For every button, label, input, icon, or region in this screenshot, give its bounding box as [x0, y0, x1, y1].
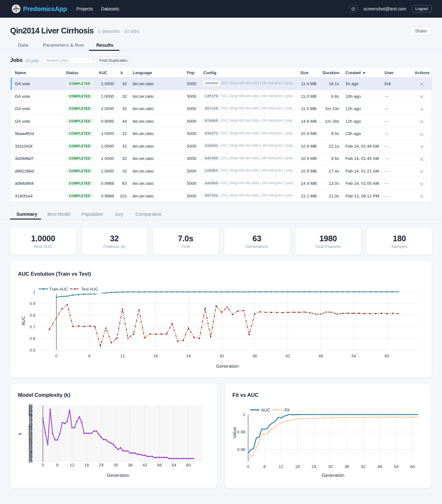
svg-text:12: 12 [278, 464, 283, 469]
svg-text:48: 48 [157, 463, 162, 467]
svg-text:AUC Evolution (Train vs Test): AUC Evolution (Train vs Test) [18, 271, 91, 277]
svg-text:6: 6 [56, 463, 59, 467]
svg-text:0.8: 0.8 [30, 313, 35, 318]
svg-text:60: 60 [186, 463, 191, 467]
svg-text:0.5: 0.5 [30, 348, 35, 353]
svg-text:0.98: 0.98 [237, 430, 245, 434]
svg-text:12: 12 [120, 354, 125, 358]
svg-text:54: 54 [394, 464, 399, 469]
svg-text:42: 42 [285, 354, 290, 358]
svg-text:36: 36 [128, 463, 133, 467]
svg-text:0.6: 0.6 [30, 336, 35, 341]
svg-text:30: 30 [219, 354, 224, 358]
svg-text:Fit vs AUC: Fit vs AUC [232, 392, 259, 398]
svg-text:36: 36 [252, 354, 257, 358]
svg-text:6: 6 [263, 464, 266, 469]
svg-text:48: 48 [319, 354, 323, 358]
svg-text:18: 18 [153, 354, 158, 358]
svg-text:36: 36 [344, 464, 349, 469]
svg-text:Test AUC: Test AUC [81, 287, 98, 291]
svg-text:30: 30 [328, 464, 333, 469]
svg-text:18: 18 [84, 463, 89, 467]
svg-text:24: 24 [312, 464, 317, 469]
svg-text:Fit: Fit [284, 407, 290, 413]
svg-text:AUC: AUC [261, 407, 271, 413]
svg-text:0: 0 [55, 354, 57, 358]
svg-text:90: 90 [29, 403, 33, 407]
svg-text:0: 0 [42, 463, 44, 467]
svg-text:k: k [17, 432, 22, 435]
svg-text:30: 30 [113, 463, 118, 467]
svg-text:1: 1 [33, 290, 35, 294]
svg-text:60: 60 [410, 464, 415, 469]
svg-text:42: 42 [142, 463, 147, 467]
svg-text:60: 60 [385, 354, 389, 358]
svg-text:Value: Value [232, 427, 237, 438]
svg-text:0.9: 0.9 [30, 301, 35, 306]
svg-text:24: 24 [186, 354, 191, 358]
svg-text:0.96: 0.96 [237, 447, 245, 452]
svg-text:48: 48 [377, 464, 382, 469]
svg-text:0: 0 [247, 464, 249, 469]
svg-text:24: 24 [99, 463, 104, 467]
svg-text:Generation: Generation [322, 473, 344, 478]
svg-text:1: 1 [243, 412, 245, 417]
svg-text:Generation: Generation [216, 364, 239, 369]
svg-text:12: 12 [70, 463, 75, 467]
svg-text:Generation: Generation [107, 473, 129, 478]
svg-text:54: 54 [172, 463, 177, 467]
svg-text:6: 6 [88, 354, 91, 358]
svg-text:18: 18 [295, 464, 300, 469]
svg-text:42: 42 [361, 464, 366, 469]
svg-text:0.7: 0.7 [30, 325, 35, 329]
svg-text:Model Complexity (k): Model Complexity (k) [18, 392, 70, 398]
svg-text:54: 54 [352, 354, 356, 358]
svg-text:Train AUC: Train AUC [49, 287, 68, 291]
svg-text:AUC: AUC [21, 316, 26, 326]
